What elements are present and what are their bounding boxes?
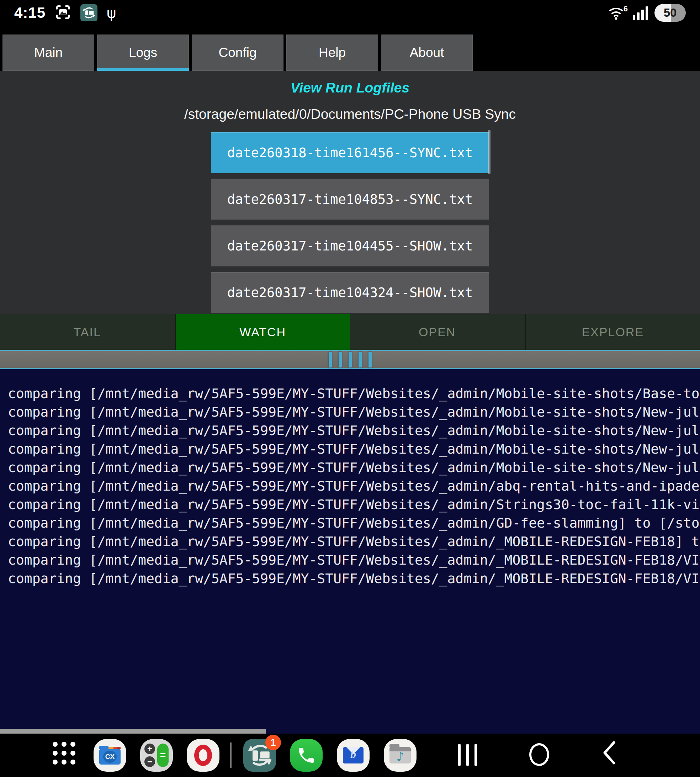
log-line: comparing [/mnt/media_rw/5AF5-599E/MY-ST… [8, 403, 700, 421]
log-line: comparing [/mnt/media_rw/5AF5-599E/MY-ST… [8, 532, 700, 551]
android-screen: 4:15 ψ [0, 0, 700, 777]
app-drawer-grid-icon [53, 742, 85, 765]
cx-logo: CX [103, 751, 117, 763]
tab-help[interactable]: Help [286, 35, 378, 71]
music-note-icon: ♪ [396, 749, 404, 764]
app-drawer-button[interactable] [53, 739, 85, 772]
dock-divider [230, 742, 232, 768]
calculator-icon: + − = [144, 744, 168, 767]
nav-back-button[interactable] [601, 739, 634, 772]
open-button[interactable]: OPEN [350, 314, 526, 350]
logfile-button[interactable]: date260317-time104853--SYNC.txt [211, 178, 489, 220]
app-icon-opera[interactable] [187, 739, 220, 772]
back-chevron-icon [601, 739, 617, 767]
log-line: comparing [/mnt/media_rw/5AF5-599E/MY-ST… [8, 477, 700, 495]
app-icon-phone[interactable] [290, 739, 323, 772]
signal-bars-icon [633, 6, 648, 20]
nav-home-button[interactable] [529, 739, 562, 772]
app-icon-pc-phone-sync[interactable]: 1 [243, 739, 276, 772]
log-lines: comparing [/mnt/media_rw/5AF5-599E/MY-ST… [0, 369, 700, 588]
wifi-6-label: 6 [623, 4, 628, 13]
tab-label: Main [34, 45, 63, 60]
wifi-icon: 6 [608, 5, 627, 21]
list-scrollbar-thumb[interactable] [488, 130, 490, 174]
log-line: comparing [/mnt/media_rw/5AF5-599E/MY-ST… [8, 514, 700, 532]
logfile-button[interactable]: date260317-time104324--SHOW.txt [211, 272, 489, 313]
opera-o-icon [194, 745, 212, 766]
battery-percent: 50 [664, 6, 677, 20]
explore-button[interactable]: EXPLORE [526, 314, 700, 350]
sync-app-icon [80, 4, 97, 21]
tab-main[interactable]: Main [2, 35, 94, 71]
pane-resize-handle[interactable] [0, 350, 700, 369]
usb-icon: ψ [107, 6, 116, 20]
page-title: View Run Logfiles [0, 80, 700, 96]
log-line: comparing [/mnt/media_rw/5AF5-599E/MY-ST… [8, 495, 700, 514]
log-line: comparing [/mnt/media_rw/5AF5-599E/MY-ST… [8, 551, 700, 569]
tab-label: Config [219, 45, 257, 60]
log-line: comparing [/mnt/media_rw/5AF5-599E/MY-ST… [8, 421, 700, 440]
phone-handset-icon [296, 745, 316, 765]
recents-icon [458, 744, 491, 766]
tab-bar: Main Logs Config Help About [2, 35, 473, 71]
log-line: comparing [/mnt/media_rw/5AF5-599E/MY-ST… [8, 384, 700, 403]
log-line: comparing [/mnt/media_rw/5AF5-599E/MY-ST… [8, 440, 700, 458]
app-icon-calculator[interactable]: + − = [140, 739, 173, 772]
watch-button[interactable]: WATCH [176, 314, 350, 350]
logfile-button[interactable]: date260317-time104455--SHOW.txt [211, 225, 489, 267]
tail-button[interactable]: TAIL [0, 314, 176, 350]
clock: 4:15 [14, 4, 45, 21]
minus-key: − [144, 756, 155, 767]
log-output-terminal[interactable]: comparing [/mnt/media_rw/5AF5-599E/MY-ST… [0, 369, 700, 734]
plus-key: + [144, 744, 155, 754]
notification-badge: 1 [265, 735, 281, 750]
tab-logs[interactable]: Logs [97, 35, 189, 71]
equals-key: = [157, 744, 168, 767]
nav-recents-button[interactable] [458, 739, 491, 772]
home-icon [529, 743, 549, 766]
logfile-list: date260318-time161456--SYNC.txt date2603… [211, 132, 489, 313]
tab-label: Logs [129, 45, 157, 60]
log-line: comparing [/mnt/media_rw/5AF5-599E/MY-ST… [8, 458, 700, 477]
battery-indicator: 50 [655, 4, 686, 22]
bluemail-b-logo: b [350, 749, 356, 760]
horizontal-scrollbar-thumb[interactable] [0, 729, 266, 734]
app-icon-bluemail[interactable]: b [337, 739, 370, 772]
log-action-bar: TAIL WATCH OPEN EXPLORE [0, 314, 700, 350]
logfile-directory-path: /storage/emulated/0/Documents/PC-Phone U… [0, 107, 700, 122]
logfile-button-selected[interactable]: date260318-time161456--SYNC.txt [211, 132, 489, 173]
screenshot-icon [55, 4, 71, 22]
status-bar: 4:15 ψ [0, 0, 700, 26]
log-line: comparing [/mnt/media_rw/5AF5-599E/MY-ST… [8, 569, 700, 588]
folder-icon: ♪ [390, 747, 411, 764]
app-icon-music-folder[interactable]: ♪ [384, 739, 417, 772]
folder-icon: CX [99, 749, 121, 765]
logs-panel: View Run Logfiles /storage/emulated/0/Do… [0, 71, 700, 314]
envelope-icon: b [343, 747, 363, 764]
tab-label: About [410, 45, 444, 60]
tab-label: Help [319, 45, 346, 60]
tab-about[interactable]: About [381, 35, 473, 71]
tab-config[interactable]: Config [192, 35, 283, 71]
app-icon-cx-file-explorer[interactable]: CX [93, 739, 126, 772]
